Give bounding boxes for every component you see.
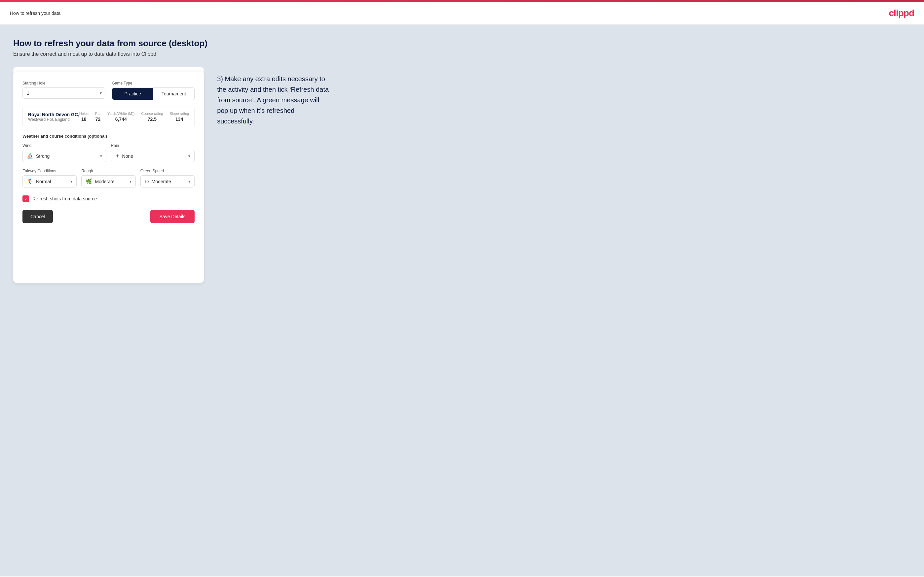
game-type-toggle: Practice Tournament (112, 87, 195, 100)
rough-label: Rough (81, 169, 136, 173)
fairway-label: Fairway Conditions (23, 169, 77, 173)
instruction-text: 3) Make any extra edits necessary to the… (217, 67, 330, 126)
refresh-label: Refresh shots from data source (32, 196, 97, 201)
main-card: Starting Hole 1 ▾ Game Type Practice Tou… (13, 72, 204, 283)
page-subtitle: Ensure the correct and most up to date d… (13, 51, 911, 57)
checkmark-icon: ✓ (24, 197, 28, 201)
rain-chevron-icon: ▾ (188, 154, 190, 158)
course-rating-stat: Course rating 72.5 (141, 111, 163, 122)
rough-icon: 🌿 (86, 178, 92, 185)
course-name: Royal North Devon GC, (28, 112, 79, 117)
rain-dropdown[interactable]: ✦ None ▾ (111, 150, 195, 162)
footer: Copyright Clippd 2022 (0, 576, 924, 577)
button-row: Cancel Save Details (23, 210, 195, 223)
rough-chevron-icon: ▾ (129, 179, 131, 184)
course-stats: Holes 18 Par 72 Yards/White (M)) 6,744 (79, 111, 189, 122)
page-title: How to refresh your data from source (de… (13, 38, 911, 48)
fairway-icon: 🏌 (27, 178, 33, 185)
wind-group: Wind ⛵ Strong ▾ (23, 143, 107, 162)
rain-group: Rain ✦ None ▾ (111, 143, 195, 162)
starting-hole-label: Starting Hole (23, 81, 105, 85)
rough-dropdown[interactable]: 🌿 Moderate ▾ (81, 175, 136, 187)
green-speed-icon: ⊙ (145, 178, 149, 185)
course-info-text: Royal North Devon GC, Westward Ho!, Engl… (28, 112, 79, 122)
yards-stat: Yards/White (M)) 6,744 (107, 111, 134, 122)
rain-icon: ✦ (115, 153, 120, 159)
rain-value: None (122, 153, 186, 159)
game-type-label: Game Type (112, 81, 195, 85)
rough-value: Moderate (95, 179, 126, 184)
starting-hole-group: Starting Hole 1 ▾ (23, 81, 105, 100)
green-speed-group: Green Speed ⊙ Moderate ▾ (141, 169, 195, 187)
conditions-row1: Wind ⛵ Strong ▾ Rain ✦ None (23, 143, 195, 162)
conditions-row2: Fairway Conditions 🏌 Normal ▾ Rough 🌿 (23, 169, 195, 187)
conditions-title: Weather and course conditions (optional) (23, 134, 195, 139)
green-speed-value: Moderate (152, 179, 186, 184)
wind-chevron-icon: ▾ (100, 154, 102, 158)
green-speed-label: Green Speed (141, 169, 195, 173)
logo: clippd (889, 8, 914, 18)
fairway-chevron-icon: ▾ (70, 179, 72, 184)
page-breadcrumb: How to refresh your data (10, 11, 60, 16)
save-details-button[interactable]: Save Details (150, 210, 195, 223)
rough-group: Rough 🌿 Moderate ▾ (81, 169, 136, 187)
refresh-checkbox[interactable]: ✓ (23, 195, 29, 202)
cancel-button[interactable]: Cancel (23, 210, 53, 223)
starting-hole-value: 1 (27, 90, 101, 96)
slope-rating-stat: Slope rating 134 (170, 111, 189, 122)
conditions-section: Weather and course conditions (optional)… (23, 134, 195, 187)
starting-hole-select[interactable]: 1 ▾ (23, 87, 105, 99)
holes-stat: Holes 18 (79, 111, 89, 122)
game-type-group: Game Type Practice Tournament (112, 81, 195, 100)
rain-label: Rain (111, 143, 195, 148)
green-speed-dropdown[interactable]: ⊙ Moderate ▾ (141, 175, 195, 187)
practice-button[interactable]: Practice (112, 88, 153, 100)
wind-dropdown[interactable]: ⛵ Strong ▾ (23, 150, 107, 162)
fairway-value: Normal (36, 179, 68, 184)
par-stat: Par 72 (95, 111, 101, 122)
course-location: Westward Ho!, England (28, 117, 79, 122)
tournament-button[interactable]: Tournament (153, 88, 194, 100)
fairway-group: Fairway Conditions 🏌 Normal ▾ (23, 169, 77, 187)
course-info-box: Royal North Devon GC, Westward Ho!, Engl… (23, 106, 195, 127)
wind-label: Wind (23, 143, 107, 148)
green-speed-chevron-icon: ▾ (188, 179, 190, 184)
refresh-checkbox-row: ✓ Refresh shots from data source (23, 195, 195, 202)
wind-icon: ⛵ (27, 153, 33, 159)
fairway-dropdown[interactable]: 🏌 Normal ▾ (23, 175, 77, 187)
wind-value: Strong (36, 153, 97, 159)
